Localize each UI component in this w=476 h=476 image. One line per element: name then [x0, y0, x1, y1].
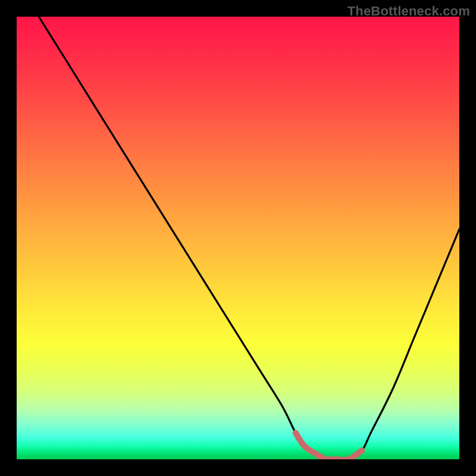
marker-layer	[17, 17, 459, 459]
watermark-text: TheBottleneck.com	[347, 4, 470, 19]
plot-area	[17, 17, 459, 459]
chart-container: TheBottleneck.com	[0, 0, 476, 476]
optimal-range-marker	[296, 433, 362, 459]
